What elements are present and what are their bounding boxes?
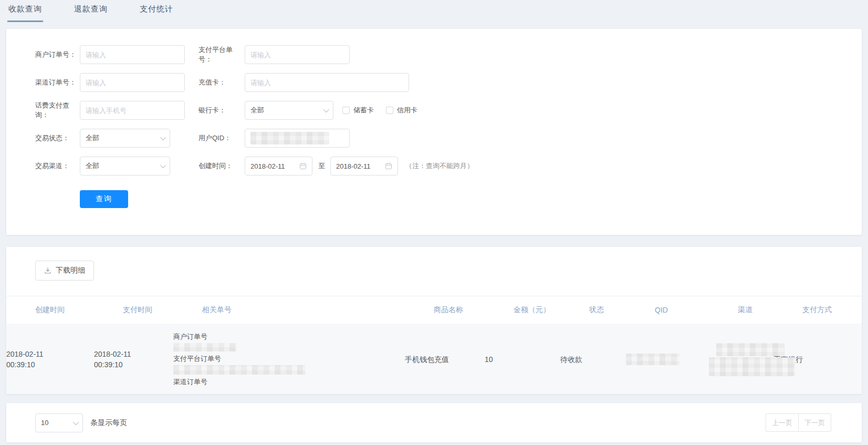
debit-card-checkbox[interactable] — [342, 107, 350, 114]
debit-card-checkitem[interactable]: 储蓄卡 — [342, 106, 374, 115]
form-row-4: 交易状态： 全部 用户QID： — [6, 129, 862, 148]
trade-channel-select-value: 全部 — [86, 161, 99, 171]
table-row: 2018-02-11 00:39:10 2018-02-11 00:39:10 … — [6, 324, 862, 394]
pagination-panel: 10 条显示每页 上一页 下一页 — [6, 403, 862, 442]
field-user-qid: 用户QID： — [198, 129, 350, 148]
merchant-order-number-redacted — [173, 343, 236, 351]
cell-channel — [709, 343, 773, 376]
channel-redacted-line1 — [716, 343, 785, 356]
calendar-icon — [385, 162, 392, 170]
form-row-3: 话费支付查询： 银行卡： 全部 储蓄卡 信用卡 — [6, 101, 862, 120]
tab-payment-stats[interactable]: 支付统计 — [139, 4, 174, 22]
column-header-status: 状态 — [589, 305, 655, 315]
next-page-button[interactable]: 下一页 — [798, 413, 831, 432]
bank-card-label: 银行卡： — [198, 106, 245, 115]
user-qid-label: 用户QID： — [198, 133, 245, 143]
download-icon — [44, 267, 51, 274]
tab-refund-query[interactable]: 退款查询 — [73, 4, 109, 22]
field-platform-order: 支付平台单号： — [198, 45, 350, 64]
date-range-note: （注：查询不能跨月） — [405, 161, 474, 171]
top-tab-bar: 收款查询 退款查询 支付统计 — [0, 0, 868, 22]
cell-amount: 10 — [485, 354, 560, 365]
download-details-label: 下载明细 — [56, 266, 85, 275]
chevron-down-icon — [73, 419, 79, 425]
cell-create-time: 2018-02-11 00:39:10 — [6, 349, 94, 370]
calendar-icon — [299, 162, 307, 170]
recharge-card-label: 充值卡： — [198, 78, 245, 87]
trade-channel-label: 交易渠道： — [35, 161, 80, 171]
platform-order-number-label: 支付平台订单号 — [173, 354, 405, 364]
trade-channel-select[interactable]: 全部 — [80, 157, 170, 175]
date-range-to-label: 至 — [318, 161, 325, 171]
create-time-to-value: 2018-02-11 — [336, 162, 371, 170]
credit-card-checkitem[interactable]: 信用卡 — [386, 106, 417, 115]
channel-order-label: 渠道订单号： — [35, 78, 80, 87]
cell-product: 手机钱包充值 — [405, 354, 485, 365]
field-recharge-card: 充值卡： — [198, 73, 409, 92]
search-form-panel: 商户订单号： 支付平台单号： 渠道订单号： 充值卡： 话费支 — [6, 29, 862, 235]
form-row-5: 交易渠道： 全部 创建时间： 2018-02-11 至 2018-02-11 （… — [6, 157, 862, 175]
cell-status: 待收款 — [560, 354, 626, 365]
channel-order-input[interactable] — [86, 79, 179, 87]
chevron-down-icon — [160, 162, 166, 168]
chevron-down-icon — [160, 134, 166, 140]
field-trade-channel: 交易渠道： 全部 — [35, 157, 198, 175]
channel-order-number-label: 渠道订单号 — [173, 377, 405, 387]
results-panel: 下载明细 创建时间 支付时间 相关单号 商品名称 金额（元） 状态 QID 渠道… — [6, 247, 862, 394]
column-header-pay-method: 支付方式 — [802, 305, 862, 315]
platform-order-input[interactable] — [250, 51, 344, 59]
user-qid-redacted-value — [250, 132, 329, 144]
column-header-channel: 渠道 — [738, 305, 802, 315]
platform-order-number-redacted — [173, 365, 306, 375]
cell-related-orders: 商户订单号 支付平台订单号 渠道订单号 — [173, 332, 405, 387]
platform-order-label: 支付平台单号： — [198, 45, 245, 64]
create-time-to-input[interactable]: 2018-02-11 — [330, 157, 398, 175]
page-size-value: 10 — [41, 419, 48, 427]
per-page-label: 条显示每页 — [90, 418, 127, 428]
recharge-card-input-box — [245, 73, 409, 92]
trade-status-select[interactable]: 全部 — [80, 129, 170, 148]
credit-card-checkbox[interactable] — [386, 107, 393, 114]
field-merchant-order: 商户订单号： — [35, 45, 198, 64]
pay-clock: 00:39:10 — [94, 359, 173, 370]
credit-card-label: 信用卡 — [397, 106, 417, 115]
tab-receipt-query[interactable]: 收款查询 — [7, 4, 43, 22]
create-time-from-value: 2018-02-11 — [250, 162, 285, 170]
column-header-related-orders: 相关单号 — [202, 305, 434, 315]
prev-page-button[interactable]: 上一页 — [766, 413, 799, 432]
user-qid-input-box[interactable] — [245, 129, 350, 148]
channel-order-input-box — [80, 73, 185, 92]
phone-pay-input[interactable] — [86, 107, 179, 115]
field-bank-card: 银行卡： 全部 储蓄卡 信用卡 — [198, 101, 430, 120]
field-phone-pay: 话费支付查询： — [35, 101, 198, 120]
merchant-order-label: 商户订单号： — [35, 50, 80, 59]
channel-redacted-line2 — [709, 357, 795, 376]
page-size-select[interactable]: 10 — [35, 413, 83, 432]
create-date: 2018-02-11 — [6, 349, 94, 359]
pay-date: 2018-02-11 — [94, 349, 173, 359]
column-header-create-time: 创建时间 — [35, 305, 123, 315]
form-row-1: 商户订单号： 支付平台单号： — [6, 45, 862, 64]
chevron-down-icon — [323, 107, 329, 112]
cell-qid — [626, 354, 709, 365]
create-time-from-input[interactable]: 2018-02-11 — [245, 157, 312, 175]
download-details-button[interactable]: 下载明细 — [35, 261, 94, 281]
column-header-qid: QID — [655, 306, 738, 314]
qid-redacted — [626, 354, 679, 365]
field-trade-status: 交易状态： 全部 — [35, 129, 198, 148]
trade-status-select-value: 全部 — [86, 133, 99, 143]
column-header-amount: 金额（元） — [514, 305, 589, 315]
debit-card-label: 储蓄卡 — [353, 106, 374, 115]
bank-card-select[interactable]: 全部 — [245, 101, 333, 120]
bank-card-select-value: 全部 — [250, 106, 264, 115]
merchant-order-number-label: 商户订单号 — [173, 332, 405, 341]
phone-pay-label: 话费支付查询： — [35, 101, 80, 120]
recharge-card-input[interactable] — [250, 79, 403, 87]
field-create-time: 创建时间： 2018-02-11 至 2018-02-11 （注：查询不能跨月） — [198, 157, 474, 175]
cell-pay-time: 2018-02-11 00:39:10 — [94, 349, 173, 370]
search-button[interactable]: 查询 — [80, 190, 128, 208]
bank-card-checkboxes: 储蓄卡 信用卡 — [342, 106, 430, 115]
table-header-row: 创建时间 支付时间 相关单号 商品名称 金额（元） 状态 QID 渠道 支付方式 — [6, 296, 862, 324]
merchant-order-input-box — [80, 45, 185, 64]
merchant-order-input[interactable] — [86, 51, 179, 59]
